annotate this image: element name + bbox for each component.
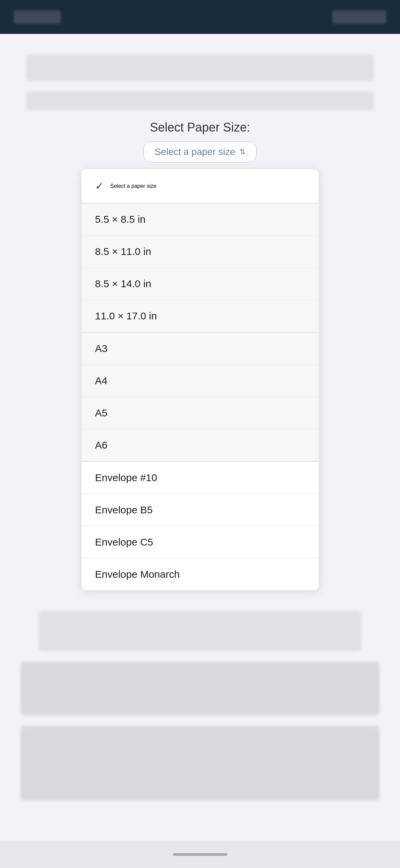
paper-size-section: Select Paper Size: Select a paper size ⇅… bbox=[7, 120, 393, 590]
main-content: Select Paper Size: Select a paper size ⇅… bbox=[0, 34, 400, 868]
header-logo bbox=[14, 10, 61, 24]
checkmark-icon: ✓ bbox=[95, 180, 104, 192]
header-right bbox=[332, 10, 386, 24]
list-item[interactable]: Envelope B5 bbox=[82, 494, 319, 526]
list-item[interactable]: Envelope C5 bbox=[82, 526, 319, 558]
list-item-envelope-monarch[interactable]: Envelope Monarch bbox=[82, 558, 319, 590]
list-item[interactable]: A6 bbox=[82, 429, 319, 461]
bottom-bar bbox=[0, 841, 400, 868]
list-item[interactable]: 8.5 × 11.0 in bbox=[82, 236, 319, 268]
select-arrows-icon: ⇅ bbox=[239, 147, 246, 156]
paper-size-select-button[interactable]: Select a paper size ⇅ bbox=[143, 141, 256, 162]
list-item[interactable]: A5 bbox=[82, 397, 319, 429]
paper-size-title: Select Paper Size: bbox=[150, 120, 250, 135]
standard-sizes-group: 5.5 × 8.5 in 8.5 × 11.0 in 8.5 × 14.0 in… bbox=[82, 203, 319, 332]
home-indicator bbox=[173, 853, 227, 856]
list-item[interactable]: A3 bbox=[82, 333, 319, 365]
paper-size-dropdown: ✓ Select a paper size 5.5 × 8.5 in 8.5 ×… bbox=[82, 169, 319, 590]
header bbox=[0, 0, 400, 34]
list-item[interactable]: 5.5 × 8.5 in bbox=[82, 203, 319, 236]
envelope-sizes-group: Envelope #10 Envelope B5 Envelope C5 Env… bbox=[82, 462, 319, 590]
bottom-blurred-block-2 bbox=[20, 726, 380, 801]
bottom-blurred-block-1 bbox=[20, 662, 380, 716]
dropdown-selected-text: Select a paper size bbox=[110, 183, 156, 189]
dropdown-selected-item[interactable]: ✓ Select a paper size bbox=[82, 169, 319, 203]
select-button-text: Select a paper size bbox=[154, 146, 235, 157]
list-item[interactable]: A4 bbox=[82, 365, 319, 397]
bottom-section bbox=[7, 611, 393, 801]
bg-row-1 bbox=[26, 54, 374, 81]
bg-row-3 bbox=[38, 611, 362, 651]
list-item[interactable]: 11.0 × 17.0 in bbox=[82, 300, 319, 332]
list-item[interactable]: 8.5 × 14.0 in bbox=[82, 268, 319, 300]
list-item[interactable]: Envelope #10 bbox=[82, 462, 319, 494]
iso-sizes-group: A3 A4 A5 A6 bbox=[82, 333, 319, 461]
bg-row-2 bbox=[26, 92, 374, 110]
